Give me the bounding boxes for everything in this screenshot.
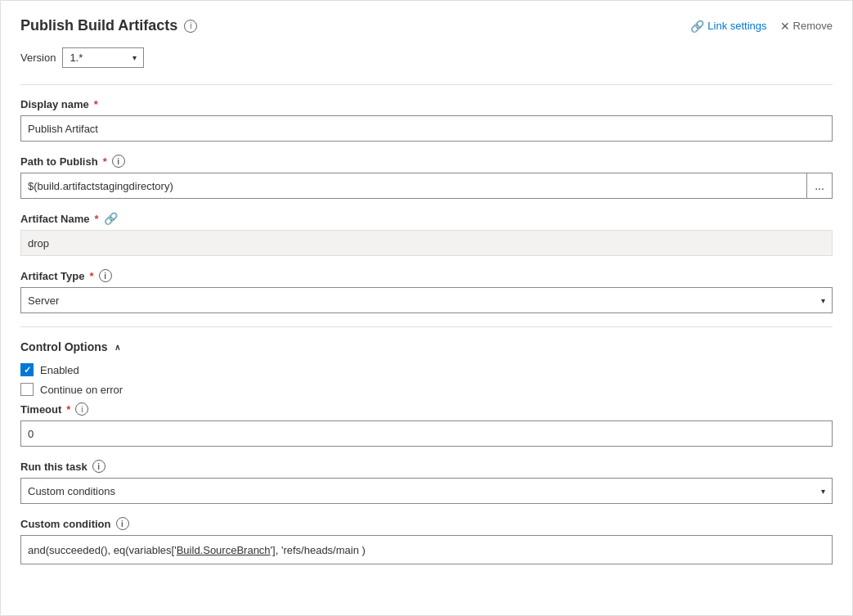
artifact-type-label-text: Artifact Type [20, 270, 85, 282]
version-row: Version 1.* ▾ [20, 47, 833, 68]
path-info-icon[interactable]: i [112, 155, 125, 168]
timeout-group: Timeout * i [20, 402, 833, 447]
custom-condition-suffix: '], 'refs/heads/main ) [271, 544, 366, 556]
path-input-group: ... [20, 173, 833, 199]
link-settings-label: Link settings [707, 20, 766, 32]
artifact-name-label: Artifact Name * 🔗 [20, 212, 833, 225]
artifact-name-label-text: Artifact Name [20, 213, 90, 225]
link-icon: 🔗 [690, 20, 704, 33]
custom-condition-input[interactable]: and(succeeded(), eq(variables['Build.Sou… [20, 535, 833, 564]
display-name-label-text: Display name [20, 98, 89, 110]
remove-label: Remove [793, 20, 833, 32]
path-ellipsis-button[interactable]: ... [806, 173, 833, 199]
path-required: * [103, 155, 107, 168]
custom-condition-label: Custom condition i [20, 517, 833, 530]
artifact-type-info-icon[interactable]: i [99, 269, 112, 282]
timeout-label: Timeout * [20, 403, 70, 416]
remove-button[interactable]: ✕ Remove [780, 20, 833, 33]
custom-condition-info-icon[interactable]: i [116, 517, 129, 530]
timeout-label-text: Timeout [20, 403, 61, 416]
custom-condition-link-text: Build.SourceBranch [177, 544, 271, 556]
version-value: 1.* [70, 52, 83, 64]
artifact-type-dropdown[interactable]: Server ▾ [20, 287, 833, 313]
path-to-publish-label-text: Path to Publish [20, 155, 98, 168]
close-icon: ✕ [780, 20, 790, 33]
run-this-task-info-icon[interactable]: i [92, 460, 106, 473]
path-to-publish-label: Path to Publish * i [20, 155, 833, 168]
enabled-checkbox-row: Enabled [20, 363, 833, 376]
header-left: Publish Build Artifacts i [20, 17, 197, 34]
artifact-name-link-icon[interactable]: 🔗 [104, 212, 118, 225]
artifact-type-required: * [90, 270, 94, 282]
control-options-label: Control Options [20, 340, 108, 353]
artifact-name-required: * [95, 213, 99, 225]
timeout-required: * [66, 403, 70, 416]
path-to-publish-input[interactable] [20, 173, 806, 199]
custom-condition-label-text: Custom condition [20, 518, 111, 530]
artifact-name-group: Artifact Name * 🔗 drop [20, 212, 833, 256]
link-settings-button[interactable]: 🔗 Link settings [690, 20, 766, 33]
display-name-label: Display name * [20, 98, 833, 110]
divider-2 [20, 326, 833, 327]
timeout-label-row: Timeout * i [20, 402, 833, 416]
header: Publish Build Artifacts i 🔗 Link setting… [20, 17, 833, 34]
display-name-group: Display name * [20, 98, 833, 142]
custom-condition-group: Custom condition i and(succeeded(), eq(v… [20, 517, 833, 564]
page-title: Publish Build Artifacts [20, 17, 177, 34]
timeout-input[interactable] [20, 420, 833, 447]
display-name-required: * [94, 98, 98, 110]
artifact-type-label: Artifact Type * i [20, 269, 833, 282]
run-this-task-dropdown[interactable]: Custom conditions ▾ [20, 478, 833, 504]
run-this-task-chevron-icon: ▾ [821, 487, 825, 496]
control-options-chevron-icon[interactable]: ∧ [114, 343, 120, 352]
path-to-publish-group: Path to Publish * i ... [20, 155, 833, 199]
enabled-label: Enabled [40, 364, 79, 376]
enabled-checkbox[interactable] [20, 363, 34, 376]
continue-on-error-row: Continue on error [20, 383, 833, 396]
artifact-name-input: drop [20, 230, 833, 256]
custom-condition-prefix: and(succeeded(), eq(variables[' [28, 544, 177, 556]
header-right: 🔗 Link settings ✕ Remove [690, 20, 833, 33]
run-this-task-value: Custom conditions [28, 485, 115, 497]
timeout-info-icon[interactable]: i [75, 402, 88, 416]
control-options-header: Control Options ∧ [20, 340, 833, 353]
divider-1 [20, 84, 833, 85]
artifact-type-group: Artifact Type * i Server ▾ [20, 269, 833, 313]
version-dropdown[interactable]: 1.* ▾ [62, 47, 144, 68]
main-container: Publish Build Artifacts i 🔗 Link setting… [0, 0, 853, 616]
artifact-type-chevron-icon: ▾ [821, 296, 825, 305]
continue-on-error-checkbox[interactable] [20, 383, 34, 396]
title-info-icon[interactable]: i [184, 20, 197, 33]
run-this-task-group: Run this task i Custom conditions ▾ [20, 460, 833, 504]
version-label: Version [20, 52, 56, 64]
artifact-type-value: Server [28, 295, 59, 307]
continue-on-error-label: Continue on error [40, 384, 123, 396]
chevron-down-icon: ▾ [132, 53, 137, 62]
display-name-input[interactable] [20, 115, 833, 142]
artifact-name-value: drop [28, 237, 49, 250]
run-this-task-label: Run this task i [20, 460, 833, 473]
run-this-task-label-text: Run this task [20, 461, 88, 473]
